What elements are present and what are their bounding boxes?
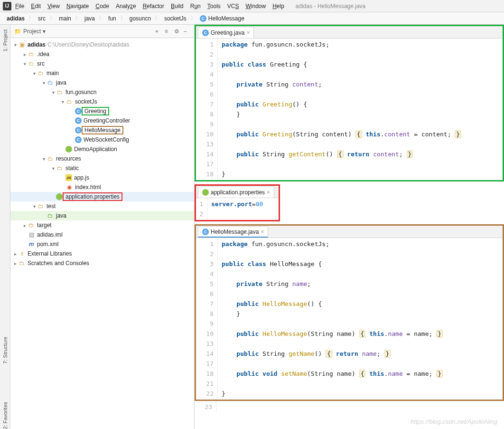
rail-project[interactable]: 1: Project: [2, 29, 8, 51]
tree-indexhtml[interactable]: ◉index.html: [10, 182, 194, 192]
crumb-2[interactable]: main: [56, 14, 74, 23]
close-icon[interactable]: ×: [261, 229, 264, 235]
tree-idea[interactable]: ▸🗀.idea: [10, 49, 194, 59]
tab-greeting[interactable]: CGreeting.java×: [198, 27, 254, 38]
tree-appprops[interactable]: application.properties: [10, 192, 194, 201]
app-logo-icon: IJ: [3, 2, 11, 10]
locate-icon[interactable]: ⌖: [155, 28, 162, 35]
gutter-1: 1234567891013141718: [196, 38, 218, 180]
tree-extlibs[interactable]: ▸⫴External Libraries: [10, 249, 194, 258]
tab-hello[interactable]: CHelloMessage.java×: [198, 226, 268, 238]
resources-folder-icon: 🗀: [47, 155, 54, 162]
menu-run[interactable]: Run: [187, 2, 204, 10]
gear-icon[interactable]: ⚙: [174, 28, 181, 35]
tree-adidasiml[interactable]: ▤adidas.iml: [10, 230, 194, 239]
tree-target[interactable]: ▸🗀target: [10, 220, 194, 230]
chevron-right-icon[interactable]: ▸: [22, 52, 28, 57]
project-panel-title[interactable]: 📁 Project ▾: [14, 28, 46, 35]
crumb-1[interactable]: src: [35, 14, 48, 23]
class-icon: C: [75, 127, 82, 133]
menu-build[interactable]: Build: [168, 2, 187, 10]
tree-socketjs[interactable]: ▾🗀socketJs: [10, 97, 194, 106]
crumb-0[interactable]: adidas: [4, 14, 28, 23]
menu-tools[interactable]: Tools: [205, 2, 224, 10]
tab-row-3: CHelloMessage.java×: [196, 226, 503, 238]
tree-src[interactable]: ▾🗀src: [10, 59, 194, 68]
tree-greeting[interactable]: CGreeting: [10, 106, 194, 116]
rail-structure[interactable]: 7: Structure: [2, 337, 8, 364]
tree-resources[interactable]: ▾🗀resources: [10, 154, 194, 163]
tree-fun[interactable]: ▾🗀fun.gosuncn: [10, 87, 194, 97]
editor-hello: CHelloMessage.java× 12345678910131417182…: [195, 224, 504, 401]
menubar: IJ File Edit View Navigate Code Analyze …: [0, 0, 504, 12]
crumb-7[interactable]: CHelloMessage: [197, 14, 247, 23]
project-tree[interactable]: ▾ ▣ adidas C:\Users\Disney\Desktop\adida…: [10, 38, 194, 429]
class-icon: C: [75, 108, 82, 114]
menu-help[interactable]: Help: [270, 2, 287, 10]
tree-java2[interactable]: 🗀java: [10, 211, 194, 220]
rail-favorites[interactable]: 2: Favorites: [2, 402, 8, 429]
tab-row-1: CGreeting.java×: [196, 26, 503, 38]
menu-code[interactable]: Code: [93, 2, 112, 10]
tab-row-2: application.properties×: [196, 186, 279, 198]
tree-root[interactable]: ▾ ▣ adidas C:\Users\Disney\Desktop\adida…: [10, 40, 194, 49]
properties-file-icon: [202, 189, 209, 196]
tree-main[interactable]: ▾🗀main: [10, 68, 194, 78]
menu-navigate[interactable]: Navigate: [64, 2, 92, 10]
class-icon: C: [200, 15, 206, 22]
class-icon: C: [202, 229, 209, 235]
window-title: adidas - HelloMessage.java: [296, 3, 365, 10]
folder-icon: 🗀: [37, 202, 45, 210]
menu-vcs[interactable]: VCS: [224, 2, 242, 10]
menu-analyze[interactable]: Analyze: [113, 2, 139, 10]
spring-app-icon: [65, 146, 72, 153]
editor-hello-overflow: 23: [195, 401, 504, 413]
crumb-6[interactable]: socketJs: [161, 14, 189, 23]
folder-icon: 🗀: [56, 164, 64, 172]
code-appprops[interactable]: server.port=80: [207, 198, 279, 220]
hide-icon[interactable]: –: [184, 28, 190, 35]
chevron-down-icon[interactable]: ▾: [12, 42, 18, 48]
tree-demoapp[interactable]: DemoApplication: [10, 144, 194, 154]
tree-pom[interactable]: mpom.xml: [10, 239, 194, 249]
package-icon: 🗀: [56, 88, 64, 96]
tree-test[interactable]: ▾🗀test: [10, 201, 194, 211]
close-icon[interactable]: ×: [246, 29, 250, 36]
tree-greetingctrl[interactable]: CGreetingController: [10, 116, 194, 125]
crumb-5[interactable]: gosuncn: [127, 14, 154, 23]
tree-websocket[interactable]: CWebSocketConfig: [10, 135, 194, 144]
collapse-icon[interactable]: ≡: [165, 28, 171, 35]
code-hello[interactable]: package fun.gosuncn.socketJs; public cla…: [218, 238, 503, 400]
menu-window[interactable]: Window: [243, 2, 269, 10]
source-folder-icon: 🗀: [47, 79, 54, 86]
tab-appprops[interactable]: application.properties×: [198, 186, 274, 198]
folder-icon: 🗀: [28, 50, 35, 58]
tree-static[interactable]: ▾🗀static: [10, 163, 194, 173]
tree-scratch[interactable]: ▸🗀Scratches and Consoles: [10, 258, 194, 268]
editor-appprops: application.properties× 12 server.port=8…: [195, 184, 280, 221]
html-file-icon: ◉: [65, 183, 73, 191]
folder-icon: 🗀: [37, 69, 45, 77]
class-icon: C: [75, 117, 82, 124]
tree-appjs[interactable]: JSapp.js: [10, 173, 194, 182]
menu-edit[interactable]: Edit: [28, 2, 44, 10]
code-greeting[interactable]: package fun.gosuncn.socketJs; public cla…: [218, 38, 503, 180]
maven-file-icon: m: [28, 240, 35, 248]
breadcrumb: adidas〉 src〉 main〉 java〉 fun〉 gosuncn〉 s…: [0, 12, 504, 25]
properties-file-icon: [56, 193, 63, 200]
watermark: https://blog.csdn.net/ApolloNing: [411, 418, 497, 425]
tree-hello[interactable]: CHelloMessage: [10, 125, 194, 135]
folder-icon: 🗀: [28, 60, 35, 67]
tree-java[interactable]: ▾🗀java: [10, 78, 194, 87]
menu-view[interactable]: View: [45, 2, 63, 10]
class-icon: C: [202, 29, 209, 36]
iml-file-icon: ▤: [28, 231, 35, 238]
menu-file[interactable]: File: [12, 2, 27, 10]
close-icon[interactable]: ×: [267, 189, 270, 196]
module-icon: ▣: [18, 41, 26, 48]
libraries-icon: ⫴: [18, 250, 26, 257]
editor-area: CGreeting.java× 1234567891013141718 pack…: [195, 25, 504, 429]
crumb-3[interactable]: java: [82, 14, 98, 23]
menu-refactor[interactable]: Refactor: [140, 2, 167, 10]
crumb-4[interactable]: fun: [105, 14, 119, 23]
